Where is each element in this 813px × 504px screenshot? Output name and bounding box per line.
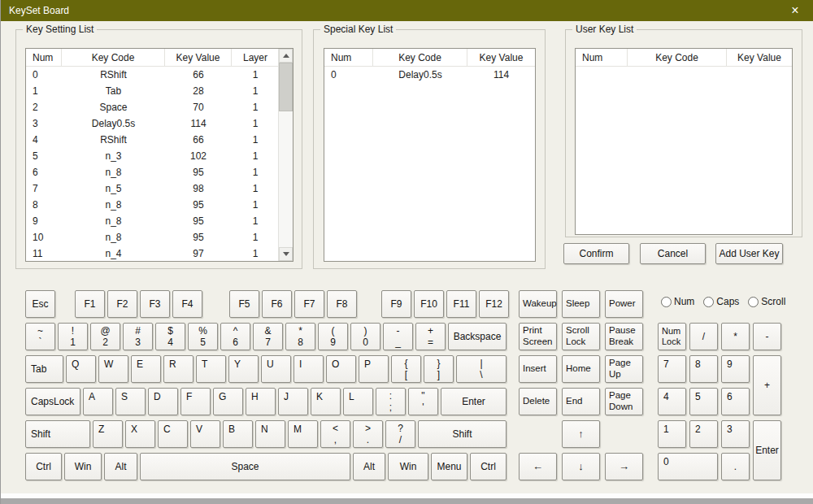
key-shift-right[interactable]: Shift (418, 420, 506, 448)
key-e[interactable]: E (131, 355, 161, 383)
key-l[interactable]: L (343, 388, 373, 415)
key-np-decimal[interactable]: . (721, 453, 750, 480)
column-header-num[interactable]: Num (576, 49, 628, 66)
user-key-table[interactable]: NumKey CodeKey Value (575, 48, 793, 235)
key-f4[interactable]: F4 (172, 290, 202, 318)
key-f5[interactable]: F5 (229, 290, 259, 318)
key-page-down[interactable]: Page Down (605, 388, 643, 415)
table-row[interactable]: 10n_8951 (26, 229, 278, 245)
key-9[interactable]: ( 9 (318, 323, 348, 350)
key-equal[interactable]: + = (415, 323, 446, 350)
key-left-bracket[interactable]: { [ (391, 355, 421, 383)
key-1[interactable]: ! 1 (58, 323, 88, 350)
key-arrow-down[interactable]: ↓ (562, 453, 600, 480)
key-menu[interactable]: Menu (431, 453, 467, 480)
key-slash[interactable]: ? / (385, 420, 415, 448)
key-c[interactable]: C (158, 420, 188, 448)
table-row[interactable]: 8n_8951 (26, 197, 278, 213)
key-6[interactable]: ^ 6 (220, 323, 250, 350)
key-np-9[interactable]: 9 (721, 355, 750, 383)
key-f9[interactable]: F9 (381, 290, 411, 318)
key-f8[interactable]: F8 (327, 290, 357, 318)
key-sleep[interactable]: Sleep (562, 290, 600, 318)
key-q[interactable]: Q (66, 355, 96, 383)
key-backspace[interactable]: Backspace (448, 323, 506, 350)
scrollbar-thumb[interactable] (279, 63, 293, 111)
key-f6[interactable]: F6 (262, 290, 292, 318)
key-end[interactable]: End (562, 388, 600, 415)
key-s[interactable]: S (115, 388, 146, 415)
key-f1[interactable]: F1 (75, 290, 105, 318)
key-np-5[interactable]: 5 (689, 388, 718, 415)
key-j[interactable]: J (278, 388, 308, 415)
key-arrow-up[interactable]: ↑ (562, 420, 600, 448)
key-np-divide[interactable]: / (689, 323, 718, 350)
num-lock-indicator[interactable]: Num (661, 296, 694, 307)
key-semicolon[interactable]: : ; (376, 388, 406, 415)
key-f[interactable]: F (180, 388, 211, 415)
key-3[interactable]: # 3 (123, 323, 153, 350)
key-period[interactable]: > . (353, 420, 383, 448)
scrollbar-track[interactable] (279, 63, 293, 247)
key-7[interactable]: & 7 (253, 323, 283, 350)
key-g[interactable]: G (213, 388, 243, 415)
key-arrow-right[interactable]: → (605, 453, 643, 480)
column-header-key-code[interactable]: Key Code (373, 49, 467, 66)
key-num-lock[interactable]: Num Lock (658, 323, 686, 350)
key-2[interactable]: @ 2 (90, 323, 120, 350)
close-button[interactable]: × (785, 0, 806, 21)
key-a[interactable]: A (83, 388, 113, 415)
scroll-lock-indicator[interactable]: Scroll (748, 296, 785, 307)
key-arrow-left[interactable]: ← (519, 453, 557, 480)
scroll-down-button[interactable] (279, 247, 293, 261)
key-8[interactable]: * 8 (285, 323, 315, 350)
key-apostrophe[interactable]: " ' (408, 388, 438, 415)
table-row[interactable]: 0RShift661 (26, 67, 278, 83)
key-wakeup[interactable]: Wakeup (519, 290, 557, 318)
key-np-3[interactable]: 3 (721, 420, 750, 448)
key-n[interactable]: N (255, 420, 285, 448)
table-row[interactable]: 3Delay0.5s1141 (26, 115, 278, 132)
table-row[interactable]: 9n_8951 (26, 213, 278, 229)
key-backslash[interactable]: | \ (456, 355, 506, 383)
column-header-key-value[interactable]: Key Value (165, 49, 232, 66)
confirm-button[interactable]: Confirm (563, 243, 629, 264)
key-setting-scrollbar[interactable] (278, 49, 293, 261)
key-0[interactable]: ) 0 (350, 323, 380, 350)
column-header-num[interactable]: Num (26, 49, 62, 66)
key-x[interactable]: X (125, 420, 155, 448)
table-row[interactable]: 1Tab281 (26, 83, 278, 99)
key-minus[interactable]: - _ (383, 323, 413, 350)
column-header-key-value[interactable]: Key Value (467, 49, 535, 66)
key-p[interactable]: P (359, 355, 389, 383)
table-row[interactable]: 6n_8951 (26, 164, 278, 180)
caps-lock-indicator[interactable]: Caps (703, 296, 739, 307)
key-r[interactable]: R (163, 355, 193, 383)
key-np-6[interactable]: 6 (721, 388, 750, 415)
key-page-up[interactable]: Page Up (605, 355, 643, 383)
key-np-enter[interactable]: Enter (753, 420, 781, 480)
key-space[interactable]: Space (140, 453, 350, 480)
key-shift-left[interactable]: Shift (25, 420, 90, 448)
key-m[interactable]: M (288, 420, 318, 448)
title-bar[interactable]: KeySet Board × (1, 0, 813, 21)
key-np-1[interactable]: 1 (658, 420, 686, 448)
key-b[interactable]: B (223, 420, 253, 448)
key-z[interactable]: Z (93, 420, 123, 448)
column-header-layer[interactable]: Layer (232, 49, 278, 66)
key-enter[interactable]: Enter (441, 388, 506, 415)
key-t[interactable]: T (196, 355, 226, 383)
key-np-0[interactable]: 0 (658, 453, 718, 480)
key-f10[interactable]: F10 (414, 290, 444, 318)
key-np-2[interactable]: 2 (689, 420, 718, 448)
key-f7[interactable]: F7 (294, 290, 324, 318)
key-power[interactable]: Power (605, 290, 643, 318)
key-h[interactable]: H (246, 388, 276, 415)
key-alt-left[interactable]: Alt (104, 453, 137, 480)
key-np-subtract[interactable]: - (753, 323, 781, 350)
key-capslock[interactable]: CapsLock (25, 388, 80, 415)
key-v[interactable]: V (190, 420, 220, 448)
table-row[interactable]: 11n_4971 (26, 245, 278, 261)
key-i[interactable]: I (293, 355, 324, 383)
key-scroll-lock[interactable]: Scroll Lock (562, 323, 600, 350)
